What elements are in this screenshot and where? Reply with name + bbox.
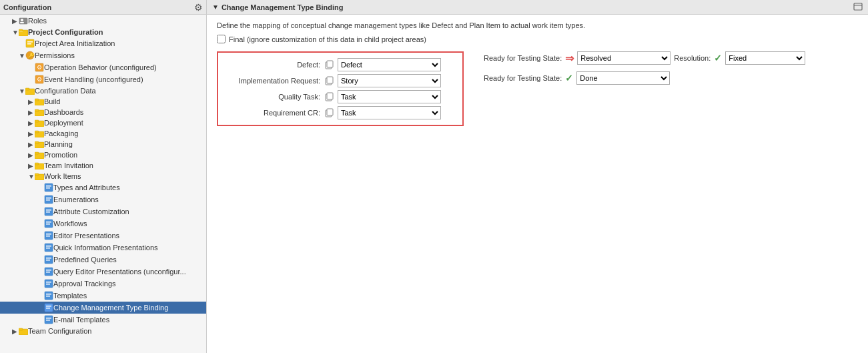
binding-copy-icon-impl-request[interactable] [324,75,334,86]
promotion-folder-icon [35,151,44,159]
sidebar-label-query-editor: Query Editor Presentations (unconfigur..… [53,268,186,276]
sidebar-item-templates[interactable]: Templates [0,290,206,302]
sidebar-item-work-items[interactable]: ▼ Work Items [0,171,206,182]
workflows-icon [44,219,53,228]
toggle-build[interactable]: ▶ [28,98,35,105]
final-checkbox-label[interactable]: Final (ignore customization of this data… [229,35,426,43]
templates-icon [44,291,53,300]
sidebar-item-project-config[interactable]: ▼ Project Configuration [0,27,206,37]
toggle-team-invitation[interactable]: ▶ [28,162,35,169]
svg-text:⚙: ⚙ [37,64,42,71]
sidebar-item-team-config[interactable]: ▶ Team Configuration [0,326,206,336]
dashboards-folder-icon [35,108,44,116]
state-select-done[interactable]: Done Resolved In Progress [576,71,670,85]
state-select-resolved[interactable]: Resolved Done In Progress [577,51,671,65]
svg-rect-55 [46,270,51,271]
sidebar-item-workflows[interactable]: Workflows [0,218,206,230]
header-collapse-icon[interactable]: ▼ [212,3,219,11]
sidebar-item-packaging[interactable]: ▶ Packaging [0,128,206,139]
toggle-promotion[interactable]: ▶ [28,151,35,159]
toggle-planning[interactable]: ▶ [28,141,35,148]
binding-container: Defect: Defect Story Task Implementation… [217,51,464,126]
svg-rect-67 [46,318,51,319]
svg-text:🔑: 🔑 [28,52,35,59]
types-attributes-icon [44,183,53,192]
toggle-project-config[interactable]: ▼ [12,29,19,36]
toggle-roles[interactable]: ▶ [12,17,19,25]
svg-rect-4 [19,29,23,31]
toggle-config-data[interactable]: ▼ [19,87,25,95]
resolution-select-fixed[interactable]: Fixed Duplicate Won't Fix [725,51,805,65]
sidebar-item-dashboards[interactable]: ▶ Dashboards [0,107,206,117]
attribute-customization-icon [44,207,53,216]
final-checkbox[interactable] [217,35,226,43]
svg-rect-78 [327,93,333,99]
roles-icon [19,16,28,25]
state-label-1: Ready for Testing State: [484,54,562,62]
binding-full-row: Defect: Defect Story Task Implementation… [217,51,858,126]
toggle-work-items[interactable]: ▼ [28,173,35,180]
sidebar-item-config-data[interactable]: ▼ Configuration Data [0,85,206,96]
binding-select-impl-request[interactable]: Story Defect Task [338,74,441,87]
sidebar-item-approval-trackings[interactable]: Approval Trackings [0,278,206,290]
sidebar-item-email-templates[interactable]: E-mail Templates [0,314,206,326]
build-folder-icon [35,97,44,105]
sidebar-item-project-area-init[interactable]: Project Area Initialization [0,37,206,49]
sidebar-item-predefined-queries[interactable]: Predefined Queries [0,254,206,266]
binding-copy-icon-requirement-cr[interactable] [324,107,334,118]
main-header: ▼ Change Management Type Binding [207,0,868,15]
sidebar-item-quick-info-presentations[interactable]: Quick Information Presentations [0,242,206,254]
binding-copy-icon-defect[interactable] [324,59,334,70]
sidebar-item-promotion[interactable]: ▶ Promotion [0,149,206,160]
binding-select-defect[interactable]: Defect Story Task [338,58,441,71]
resolution-label-1: Resolution: [674,54,711,62]
sidebar-item-planning[interactable]: ▶ Planning [0,139,206,149]
binding-select-quality-task[interactable]: Task Defect Story [338,90,441,103]
config-data-folder-icon [25,87,35,95]
operation-behavior-icon: ⚙ [35,63,44,72]
binding-select-requirement-cr[interactable]: Task Defect Story [338,106,441,119]
project-area-init-icon [25,39,35,48]
sidebar-item-permissions[interactable]: ▼ 🔑 Permissions [0,49,206,61]
svg-rect-61 [46,294,51,295]
sidebar-item-editor-presentations[interactable]: Editor Presentations [0,230,206,242]
state-arrow-icon-1: ⇒ [565,52,574,65]
sidebar-item-change-mgmt-binding[interactable]: Change Management Type Binding [0,302,206,314]
svg-rect-43 [46,222,51,223]
toggle-team-config[interactable]: ▶ [12,328,19,335]
sidebar-item-deployment[interactable]: ▶ Deployment [0,117,206,128]
sidebar-label-team-invitation: Team Invitation [44,161,93,169]
permissions-icon: 🔑 [25,51,35,60]
svg-rect-2 [20,22,24,23]
svg-rect-70 [19,328,23,330]
binding-row-impl-request: Implementation Request: Story Defect Tas… [224,74,457,87]
sidebar-config-icon[interactable]: ⚙ [194,2,203,13]
svg-rect-5 [19,31,23,32]
deployment-folder-icon [35,119,44,127]
toggle-packaging[interactable]: ▶ [28,130,35,137]
packaging-folder-icon [35,129,44,137]
sidebar-item-types-attributes[interactable]: Types and Attributes [0,182,206,194]
sidebar-item-operation-behavior[interactable]: ⚙ Operation Behavior (unconfigured) [0,61,206,73]
main-header-title: Change Management Type Binding [222,3,344,11]
toggle-deployment[interactable]: ▶ [28,119,35,127]
sidebar-item-attribute-customization[interactable]: Attribute Customization [0,206,206,218]
sidebar-item-roles[interactable]: ▶ Roles [0,15,206,27]
editor-presentations-icon [44,231,53,240]
binding-copy-icon-quality-task[interactable] [324,91,334,102]
toggle-permissions[interactable]: ▼ [19,52,25,59]
main-header-icon[interactable] [853,2,863,13]
toggle-dashboards[interactable]: ▶ [28,109,35,116]
sidebar-item-build[interactable]: ▶ Build [0,96,206,107]
sidebar-label-project-config: Project Configuration [28,28,103,36]
svg-point-1 [21,19,23,21]
sidebar: Configuration ⚙ ▶ Roles ▼ Project Config… [0,0,207,353]
sidebar-label-editor-presentations: Editor Presentations [53,232,119,240]
binding-label-requirement-cr: Requirement CR: [224,109,320,117]
sidebar-item-enumerations[interactable]: Enumerations [0,194,206,206]
sidebar-item-query-editor[interactable]: Query Editor Presentations (unconfigur..… [0,266,206,278]
svg-rect-40 [46,210,51,211]
sidebar-item-team-invitation[interactable]: ▶ Team Invitation [0,160,206,171]
final-checkbox-row: Final (ignore customization of this data… [217,35,858,43]
sidebar-item-event-handling[interactable]: ⚙ Event Handling (unconfigured) [0,73,206,85]
